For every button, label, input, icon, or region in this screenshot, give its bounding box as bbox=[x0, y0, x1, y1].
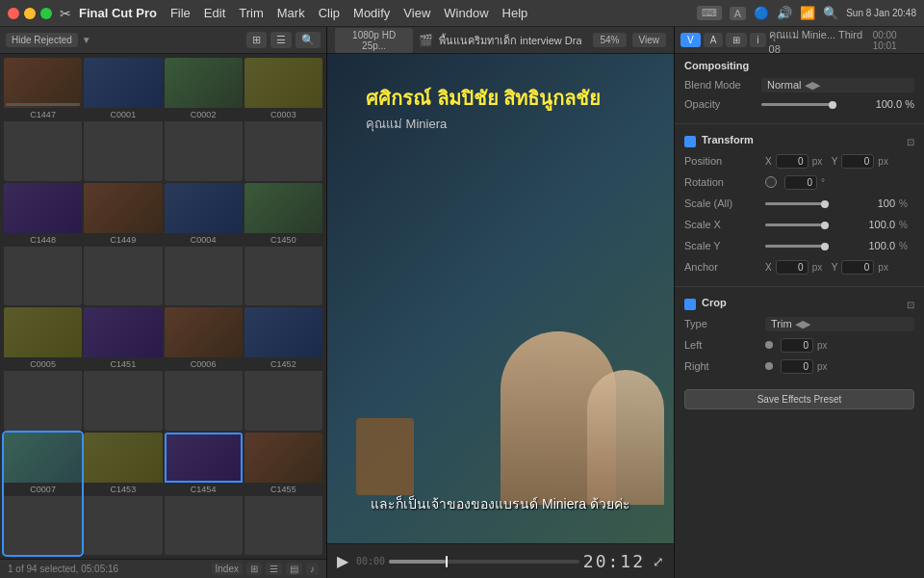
opacity-label: Opacity bbox=[684, 98, 761, 110]
blend-mode-label: Blend Mode bbox=[684, 79, 761, 91]
resolution-button[interactable]: 1080p HD 25p... bbox=[335, 28, 413, 53]
zoom-button[interactable]: 54% bbox=[593, 33, 626, 47]
hide-rejected-button[interactable]: Hide Rejected bbox=[6, 33, 78, 47]
crop-left-label: Left bbox=[684, 339, 761, 351]
clip-c1448[interactable]: C1448 bbox=[4, 183, 82, 306]
list-view-button[interactable]: ☰ bbox=[270, 32, 292, 48]
subtitle-text: และก็เป็นเจ้าของของแบรนด์ Miniera ด้วยค่… bbox=[371, 496, 630, 512]
project-name-viewer: พื้นแนคริมทาเด็ก interview Draf 1 bbox=[439, 32, 581, 49]
crop-left-input[interactable] bbox=[781, 338, 813, 353]
crop-type-label: Type bbox=[684, 318, 761, 329]
clip-c0001[interactable]: C0001 bbox=[84, 58, 162, 181]
view-button[interactable]: View bbox=[632, 33, 667, 47]
index-button[interactable]: Index bbox=[212, 563, 243, 575]
crop-checkbox[interactable] bbox=[684, 299, 696, 310]
grid-view-button[interactable]: ⊞ bbox=[246, 32, 267, 48]
rotation-input[interactable] bbox=[784, 175, 817, 190]
clip-c1451[interactable]: C1451 bbox=[84, 307, 162, 431]
clip-c1454[interactable]: C1454 bbox=[165, 433, 243, 556]
search-button[interactable]: 🔍 bbox=[295, 32, 321, 48]
anchor-label: Anchor bbox=[684, 261, 761, 273]
viewer-controls: ▶ 00:00 20:12 ⤢ bbox=[327, 543, 674, 578]
menu-view[interactable]: View bbox=[403, 6, 430, 20]
menu-edit[interactable]: Edit bbox=[204, 6, 225, 20]
grid-button[interactable]: ⊞ bbox=[246, 563, 262, 575]
menu-bar: File Edit Trim Mark Clip Modify View Win… bbox=[170, 6, 527, 20]
viewer-toolbar: 1080p HD 25p... 🎬 พื้นแนคริมทาเด็ก inter… bbox=[327, 27, 674, 54]
list-button[interactable]: ☰ bbox=[266, 563, 282, 575]
browser-toolbar: Hide Rejected ▼ ⊞ ☰ 🔍 bbox=[0, 27, 326, 54]
menu-window[interactable]: Window bbox=[444, 6, 488, 20]
transform-checkbox[interactable] bbox=[684, 136, 696, 147]
inspector-duration: 00:00 10:01 bbox=[873, 30, 918, 51]
clip-c1450[interactable]: C1450 bbox=[244, 183, 322, 306]
menu-mark[interactable]: Mark bbox=[277, 6, 305, 20]
minimize-button[interactable] bbox=[24, 8, 36, 19]
titlebar-right: ⌨ A 🔵 🔊 📶 🔍 Sun 8 Jan 20:48 bbox=[697, 6, 916, 20]
expand-button[interactable]: ⤢ bbox=[653, 554, 664, 569]
video-frame: ศศิกรณ์ ลิมปิชัย สิทธินูกลชัย คุณแม่ Min… bbox=[327, 54, 674, 543]
title-overlay: ศศิกรณ์ ลิมปิชัย สิทธินูกลชัย คุณแม่ Min… bbox=[366, 83, 601, 134]
position-x-input[interactable] bbox=[776, 154, 808, 169]
clip-grid: C1447 C0001 C0002 C0003 C1448 C1449 bbox=[0, 54, 326, 559]
blend-mode-value[interactable]: Normal ◀▶ bbox=[761, 78, 914, 92]
compositing-section: Compositing Blend Mode Normal ◀▶ Opacity… bbox=[675, 54, 924, 119]
crop-right-label: Right bbox=[684, 360, 761, 372]
crop-section: Crop ⊡ Type Trim ◀▶ Left px Right bbox=[675, 291, 924, 381]
clip-c1447[interactable]: C1447 bbox=[4, 58, 82, 181]
clip-c1453[interactable]: C1453 bbox=[84, 433, 162, 556]
close-button[interactable] bbox=[8, 8, 19, 19]
clip-label: C1452 bbox=[244, 357, 322, 371]
crop-right-input[interactable] bbox=[781, 359, 813, 374]
clip-label: C0001 bbox=[84, 108, 162, 121]
scale-all-value: 100 bbox=[833, 197, 896, 209]
play-button[interactable]: ▶ bbox=[337, 552, 348, 570]
crop-type-value[interactable]: Trim ◀▶ bbox=[765, 317, 914, 331]
menu-file[interactable]: File bbox=[170, 6, 191, 20]
inspector-tab-info[interactable]: ⊞ bbox=[726, 33, 747, 47]
clip-c1449[interactable]: C1449 bbox=[84, 183, 162, 306]
clip-c0004[interactable]: C0004 bbox=[165, 183, 243, 306]
menu-trim[interactable]: Trim bbox=[239, 6, 264, 20]
compositing-title: Compositing bbox=[684, 60, 914, 71]
fullscreen-button[interactable] bbox=[40, 8, 52, 19]
menu-clip[interactable]: Clip bbox=[319, 6, 340, 20]
viewer-canvas: ศศิกรณ์ ลิมปิชัย สิทธินูกลชัย คุณแม่ Min… bbox=[327, 54, 674, 543]
rotation-row: Rotation ° bbox=[684, 172, 914, 192]
browser-panel: Hide Rejected ▼ ⊞ ☰ 🔍 C1447 C0001 C0002 bbox=[0, 27, 327, 578]
filmstrip-button[interactable]: ▤ bbox=[286, 563, 302, 575]
clip-c0003[interactable]: C0003 bbox=[244, 58, 322, 181]
clip-c0006[interactable]: C0006 bbox=[165, 307, 243, 431]
scale-y-value: 100.0 bbox=[833, 240, 896, 251]
crop-title: Crop bbox=[702, 297, 727, 308]
anchor-y-input[interactable] bbox=[841, 260, 874, 275]
clip-label: C0005 bbox=[4, 357, 82, 371]
clip-c1452[interactable]: C1452 bbox=[244, 307, 322, 431]
start-timecode: 00:00 bbox=[356, 556, 385, 566]
traffic-lights bbox=[8, 8, 52, 19]
inspector-panel: V A ⊞ i คุณแม่ Minie... Third 08 00:00 1… bbox=[674, 27, 924, 578]
crop-type-row: Type Trim ◀▶ bbox=[684, 314, 914, 333]
inspector-tab-video[interactable]: V bbox=[680, 33, 701, 47]
clip-c0005[interactable]: C0005 bbox=[4, 307, 82, 431]
subtitle-overlay: และก็เป็นเจ้าของของแบรนด์ Miniera ด้วยค่… bbox=[371, 493, 630, 514]
anchor-x-input[interactable] bbox=[776, 260, 808, 275]
inspector-tab-share[interactable]: i bbox=[750, 33, 765, 47]
clip-c0002[interactable]: C0002 bbox=[165, 58, 243, 181]
clip-label: C1453 bbox=[84, 483, 162, 496]
scale-y-label: Scale Y bbox=[684, 240, 761, 251]
save-effects-button[interactable]: Save Effects Preset bbox=[684, 389, 914, 409]
rotation-label: Rotation bbox=[684, 176, 761, 188]
clip-label: C1449 bbox=[84, 233, 162, 247]
browser-status-text: 1 of 94 selected, 05:05:16 bbox=[8, 564, 118, 574]
audio-button[interactable]: ♪ bbox=[306, 563, 319, 575]
clip-c1455[interactable]: C1455 bbox=[244, 433, 322, 556]
inspector-clip-name: คุณแม่ Minie... Third 08 bbox=[769, 27, 866, 55]
clip-c0007-selected[interactable]: C0007 bbox=[4, 433, 82, 556]
menu-modify[interactable]: Modify bbox=[353, 6, 390, 20]
inspector-tab-audio[interactable]: A bbox=[704, 33, 724, 47]
menu-help[interactable]: Help bbox=[502, 6, 528, 20]
clip-label: C1454 bbox=[165, 483, 243, 496]
person-role: คุณแม่ Miniera bbox=[366, 114, 601, 134]
position-y-input[interactable] bbox=[841, 154, 874, 169]
